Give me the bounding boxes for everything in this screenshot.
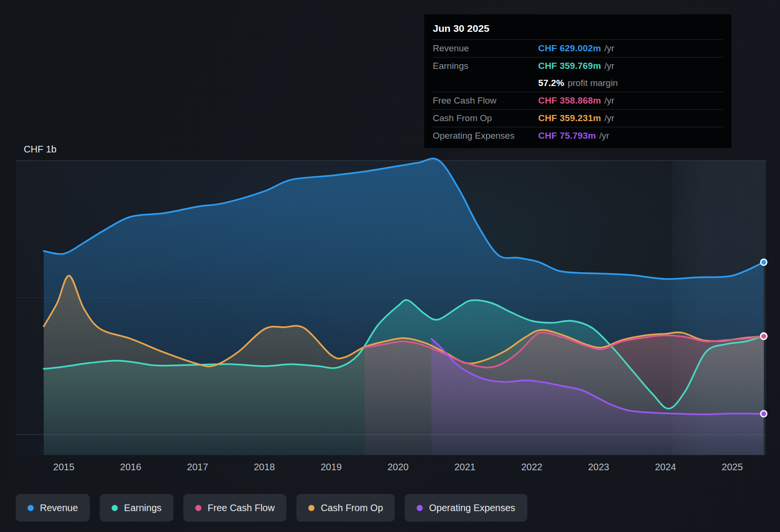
x-axis-label-2016: 2016: [120, 462, 142, 473]
tooltip-row-cash-from-op: Cash From OpCHF 359.231m/yr: [433, 109, 723, 127]
tooltip-row-value: CHF 358.868m: [538, 95, 601, 106]
tooltip-row-value: CHF 629.002m: [538, 43, 601, 54]
tooltip-row-label: Free Cash Flow: [433, 95, 538, 106]
page: { "tooltip": { "date": "Jun 30 2025", "r…: [0, 0, 780, 532]
x-axis: 2015201620172018201920202021202220232024…: [16, 462, 766, 476]
free-cash-flow-end-marker: [761, 333, 767, 339]
legend-item-free-cash-flow[interactable]: Free Cash Flow: [183, 494, 286, 522]
plot-area[interactable]: [16, 161, 766, 455]
tooltip-row-value: CHF 359.769m: [538, 61, 601, 71]
legend-item-label: Operating Expenses: [429, 503, 515, 513]
tooltip-row-operating-expenses: Operating ExpensesCHF 75.793m/yr: [433, 127, 723, 144]
tooltip-row-unit: /yr: [599, 131, 609, 141]
free-cash-flow-dot-icon: [195, 505, 201, 511]
revenue-dot-icon: [28, 505, 34, 511]
legend-item-label: Free Cash Flow: [208, 503, 275, 513]
tooltip-row-label: Cash From Op: [433, 113, 538, 124]
hover-tooltip-card: Jun 30 2025 RevenueCHF 629.002m/yrEarnin…: [424, 14, 732, 148]
tooltip-date: Jun 30 2025: [433, 19, 723, 39]
cash-from-op-dot-icon: [308, 505, 314, 511]
tooltip-row-value: CHF 75.793m: [538, 131, 596, 141]
x-axis-label-2018: 2018: [254, 462, 275, 473]
tooltip-row-value: CHF 359.231m: [538, 113, 601, 124]
operating-expenses-dot-icon: [417, 505, 423, 511]
tooltip-row-earnings: EarningsCHF 359.769m/yr: [433, 57, 723, 75]
tooltip-row-revenue: RevenueCHF 629.002m/yr: [433, 39, 723, 57]
legend-item-operating-expenses[interactable]: Operating Expenses: [405, 494, 527, 522]
tooltip-row-value: 57.2%: [538, 78, 564, 88]
tooltip-row-unit: /yr: [604, 43, 614, 54]
tooltip-row-free-cash-flow: Free Cash FlowCHF 358.868m/yr: [433, 92, 723, 109]
tooltip-row-unit: profit margin: [568, 78, 618, 88]
tooltip-row-label: Revenue: [433, 43, 538, 54]
x-axis-label-2025: 2025: [722, 462, 743, 473]
x-axis-label-2021: 2021: [454, 462, 476, 473]
revenue-end-marker: [761, 259, 767, 266]
legend-item-label: Earnings: [124, 503, 162, 513]
tooltip-row-unit: /yr: [604, 61, 614, 71]
x-axis-label-2019: 2019: [321, 462, 342, 473]
tooltip-row-unit: /yr: [604, 113, 614, 124]
operating-expenses-end-marker: [761, 411, 767, 417]
tooltip-row-profit-margin: 57.2%profit margin: [433, 75, 723, 92]
tooltip-row-label: Earnings: [433, 61, 538, 71]
x-axis-label-2024: 2024: [655, 462, 676, 473]
tooltip-row-unit: /yr: [604, 95, 614, 106]
legend-item-revenue[interactable]: Revenue: [16, 494, 90, 522]
legend: RevenueEarningsFree Cash FlowCash From O…: [16, 494, 527, 522]
x-axis-label-2020: 2020: [388, 462, 409, 473]
x-axis-label-2022: 2022: [521, 462, 542, 473]
legend-item-cash-from-op[interactable]: Cash From Op: [296, 494, 395, 522]
x-axis-label-2015: 2015: [53, 462, 75, 473]
financial-history-chart[interactable]: [16, 161, 766, 455]
x-axis-label-2023: 2023: [588, 462, 609, 473]
legend-item-earnings[interactable]: Earnings: [100, 494, 173, 522]
y-axis-label-1b: CHF 1b: [24, 144, 57, 155]
tooltip-row-label: Operating Expenses: [433, 131, 538, 141]
legend-item-label: Cash From Op: [321, 503, 383, 513]
earnings-dot-icon: [112, 505, 118, 511]
tooltip-rows: RevenueCHF 629.002m/yrEarningsCHF 359.76…: [433, 39, 723, 144]
x-axis-label-2017: 2017: [187, 462, 209, 473]
legend-item-label: Revenue: [40, 503, 78, 513]
